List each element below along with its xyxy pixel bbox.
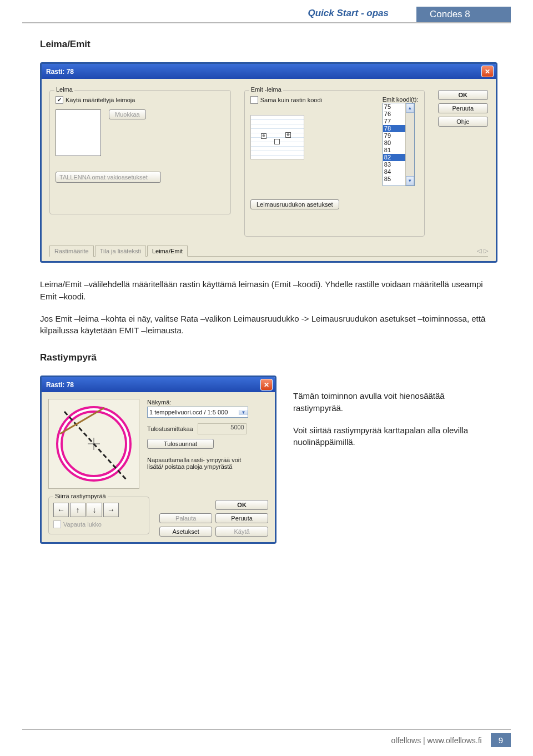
cancel-button[interactable]: Peruuta	[438, 103, 488, 113]
footer-text: olfellows | www.olfellows.fi	[391, 736, 482, 745]
paragraph: Leima/Emit –välilehdellä määritellään ra…	[40, 278, 493, 303]
paragraph: Jos Emit –leima –kohta ei näy, valitse R…	[40, 313, 493, 337]
tab-rastimaarite[interactable]: Rastimäärite	[49, 246, 94, 257]
help-button[interactable]: Ohje	[438, 117, 488, 127]
combo-value: 1 temppelivuori.ocd / 1:5 000	[148, 409, 239, 415]
scale-label: Tulostusmittakaa	[147, 425, 193, 432]
product-badge: Condes 8	[416, 7, 511, 22]
dialog-title: Rasti: 78	[44, 68, 74, 76]
tab-tila-lisateksti[interactable]: Tila ja lisäteksti	[95, 246, 146, 257]
close-icon[interactable]: ✕	[481, 66, 494, 77]
punch-grid-preview: ❉ ❉	[250, 115, 304, 159]
page-number: 9	[491, 733, 511, 747]
directions-button[interactable]: Tulosuunnat	[147, 439, 214, 449]
scroll-up-icon[interactable]: ▲	[406, 103, 414, 113]
leima-legend: Leima	[54, 86, 74, 93]
emit-legend: Emit -leima	[249, 86, 283, 93]
grid-settings-button[interactable]: Leimausruudukon asetukset	[250, 199, 339, 209]
paragraph: Voit siirtää rastiympyrää karttapalan al…	[293, 424, 493, 449]
scroll-down-icon[interactable]: ▼	[406, 176, 414, 186]
dialog-title: Rasti: 78	[44, 381, 74, 389]
tab-scroll-right-icon[interactable]: ▷	[484, 247, 488, 254]
emit-codes-label: Emit koodi(t):	[383, 96, 419, 103]
emit-codes-listbox[interactable]: 75 76 77 78 79 80 81 82 83 84	[383, 103, 415, 186]
apply-button[interactable]: Käytä	[215, 527, 268, 537]
section-heading-rastiympyra: Rastiympyrä	[40, 352, 493, 363]
checkbox-label: Vapauta lukko	[63, 521, 102, 528]
tab-leima-emit[interactable]: Leima/Emit	[147, 246, 188, 257]
section-heading-leima-emit: Leima/Emit	[40, 39, 493, 50]
scale-value: 5000	[198, 423, 247, 434]
stamp-preview	[56, 109, 101, 156]
arrow-right-button[interactable]: →	[103, 503, 119, 517]
arrow-up-button[interactable]: ↑	[70, 503, 86, 517]
dialog-rasti-leima-emit: Rasti: 78 ✕ Leima ✔ Käytä määriteltyjä l…	[40, 62, 497, 263]
arrow-down-button[interactable]: ↓	[87, 503, 102, 517]
move-circle-legend: Siirrä rastiympyrää	[53, 493, 108, 499]
checkbox-release-lock[interactable]: Vapauta lukko	[53, 520, 144, 528]
checkbox-use-defined-stamps[interactable]: ✔ Käytä määriteltyjä leimoja	[56, 96, 225, 104]
page-header-title: Quick Start - opas	[308, 8, 416, 22]
dialog-rasti-ympyra: Rasti: 78 ✕	[40, 376, 276, 544]
hint-text: Napsauttamalla rasti- ympyrää voit lisät…	[147, 457, 247, 470]
tab-scroll-left-icon[interactable]: ◁	[477, 247, 481, 254]
cancel-button[interactable]: Peruuta	[215, 513, 268, 523]
close-icon[interactable]: ✕	[260, 379, 273, 390]
save-defaults-button[interactable]: TALLENNA omat vakioasetukset	[56, 172, 161, 183]
chevron-down-icon[interactable]: ▼	[239, 410, 248, 415]
view-label: Näkymä:	[147, 399, 268, 405]
arrow-left-button[interactable]: ←	[53, 503, 69, 517]
checkbox-label: Käytä määriteltyjä leimoja	[66, 97, 135, 103]
circle-preview[interactable]	[48, 399, 139, 489]
checkbox-label: Sama kuin rastin koodi	[260, 97, 322, 103]
ok-button[interactable]: OK	[438, 90, 488, 100]
checkbox-same-as-control[interactable]: Sama kuin rastin koodi	[250, 96, 375, 104]
settings-button[interactable]: Asetukset	[159, 527, 212, 537]
view-combo[interactable]: 1 temppelivuori.ocd / 1:5 000 ▼	[147, 407, 248, 418]
ok-button[interactable]: OK	[215, 500, 268, 510]
paragraph: Tämän toiminnon avulla voit hienosäätää …	[293, 390, 493, 414]
restore-button[interactable]: Palauta	[159, 513, 212, 523]
edit-button[interactable]: Muokkaa	[109, 109, 146, 119]
